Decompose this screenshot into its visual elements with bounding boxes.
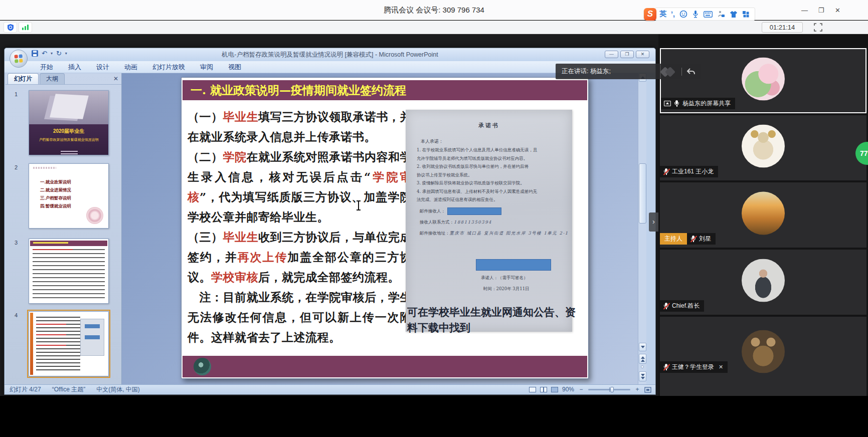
ribbon-tab-slideshow[interactable]: 幻灯片放映 (145, 61, 193, 73)
thumb2-agenda-item: 三.户档暂存说明 (40, 194, 71, 202)
slide-paragraph: （二）学院在就业系统对照承诺书内容和学生录入信息，核对无误后点击“学院审核”，代… (188, 147, 412, 227)
thumb2-agenda-item: 一.就业政策说明 (40, 178, 71, 186)
thumb4-image (80, 319, 104, 356)
quick-access-toolbar: ↶▾ ↻ ▾ (32, 50, 67, 57)
participant-name: 工业161 王小龙 (672, 167, 714, 176)
office-button[interactable] (10, 50, 28, 68)
fullscreen-button[interactable] (813, 23, 823, 32)
doc-date: 时间：2020年 3月11日 (483, 286, 530, 292)
thumb3-text-lines (33, 249, 105, 299)
ppt-restore-button[interactable]: ❐ (620, 51, 634, 58)
doc-line: 4. 承担因填写信息有误、上传材料不及时等个人因素造成签约无 (417, 187, 564, 196)
avatar (742, 58, 785, 101)
doc-phone-row: 接收人联系方式：18811350394 (406, 218, 572, 226)
ppt-window-title: 机电-户档暂存政策说明及暂缓就业情况说明 [兼容模式] - Microsoft … (222, 48, 438, 61)
scrollbar-down-button[interactable] (639, 343, 646, 351)
view-normal-button[interactable] (529, 387, 536, 392)
view-slideshow-button[interactable] (551, 387, 558, 392)
host-badge: 主持人 (660, 233, 687, 245)
participant-tile-host[interactable]: 主持人 刘星 (660, 182, 866, 248)
ribbon-tab-review[interactable]: 审阅 (193, 61, 221, 73)
next-slide-button[interactable] (639, 371, 646, 381)
editor-canvas: 一. 就业政策说明—疫情期间就业签约流程 （一）毕业生填写三方协议领取承诺书，并… (122, 73, 646, 385)
thumbnail-number: 2 (15, 164, 18, 170)
slide-footer-bar (183, 356, 587, 377)
doc-line: 协议书上传至学校就业系统。 (417, 171, 564, 179)
ime-punct-icon[interactable]: ’, (671, 10, 675, 18)
collapse-sidebar-button[interactable]: › (649, 212, 658, 232)
ime-lang-toggle[interactable]: 英 (659, 10, 666, 19)
ime-handwriting-icon[interactable] (717, 10, 725, 18)
ribbon-tab-design[interactable]: 设计 (89, 61, 117, 73)
theme-name: “Office 主题” (52, 385, 85, 394)
mic-icon (673, 100, 680, 107)
ime-toolbar[interactable]: S 英 ’, (644, 8, 755, 21)
ime-keyboard-icon[interactable] (704, 11, 713, 18)
language-indicator[interactable]: 中文(简体, 中国) (96, 385, 140, 394)
fullscreen-icon (813, 23, 823, 32)
undo-dropdown-icon[interactable]: ▾ (51, 51, 53, 56)
maximize-button[interactable]: ❐ (813, 0, 829, 20)
ribbon-tab-animation[interactable]: 动画 (117, 61, 145, 73)
ime-smiley-icon[interactable] (679, 10, 687, 18)
participant-tile-sharing[interactable]: 杨益东的屏幕共享 (660, 48, 866, 113)
security-chip[interactable] (4, 22, 17, 33)
scrollbar-thumb[interactable] (639, 163, 646, 224)
ribbon-tab-view[interactable]: 视图 (221, 61, 249, 73)
ribbon-tab-insert[interactable]: 插入 (61, 61, 89, 73)
slide-thumbnail-1[interactable]: 2020届毕业生 户档暂存政策说明及暂缓就业情况说明 (29, 90, 109, 155)
panel-close-button[interactable]: ✕ (113, 75, 118, 82)
ime-pill[interactable]: 英 ’, (655, 8, 755, 21)
close-button[interactable]: ✕ (829, 0, 846, 20)
thumb1-subtitle: 户档暂存政策说明及暂缓就业情况说明 (31, 137, 106, 142)
quick-access-more-button[interactable]: ▾ (65, 51, 67, 56)
ime-toolbox-icon[interactable] (742, 11, 750, 18)
browse-dot-icon[interactable] (641, 365, 644, 368)
ppt-close-button[interactable]: ✕ (636, 51, 649, 58)
network-chip[interactable] (19, 22, 32, 33)
slide-thumbnail-4-selected[interactable] (29, 311, 109, 376)
zoom-slider[interactable] (588, 389, 630, 390)
text-cursor (358, 201, 359, 210)
editor-scrollbar[interactable] (638, 73, 646, 385)
thumb4-text-lines (36, 317, 80, 371)
avatar (742, 125, 785, 168)
minimize-button[interactable]: — (796, 0, 813, 20)
sogou-logo-icon[interactable]: S (644, 8, 656, 21)
commitment-letter-image[interactable]: 承诺书 本人承诺： 1. 在学校就业系统填写的个人信息及用人单位信息准确无误，且… (406, 110, 572, 332)
zoom-in-button[interactable]: + (634, 385, 640, 394)
slide-thumbnail-3[interactable] (29, 239, 109, 304)
undo-button[interactable]: ↶ (42, 50, 47, 57)
doc-address-value: 重庆市 城口县 复兴街道 阳光水岸 3号楼 1单元 2-1 (450, 231, 569, 236)
fit-to-window-button[interactable] (644, 387, 651, 393)
current-slide[interactable]: 一. 就业政策说明—疫情期间就业签约流程 （一）毕业生填写三方协议领取承诺书，并… (181, 77, 589, 379)
ribbon-tab-home[interactable]: 开始 (33, 61, 61, 73)
ime-skin-icon[interactable] (730, 11, 738, 18)
participant-tile[interactable]: 王健？学生登录 ✕ (660, 317, 866, 396)
slide-thumbnail-2[interactable]: 一.就业政策说明二.就业进展情况三.户档暂存说明四.暂缓就业说明 (29, 163, 109, 229)
prev-slide-button[interactable] (639, 354, 646, 364)
zoom-slider-thumb[interactable] (610, 387, 614, 392)
ppt-minimize-button[interactable]: — (605, 51, 618, 58)
thumb1-title: 2020届毕业生 (29, 128, 108, 135)
slide-note-textbox[interactable]: 可在学校毕业生就业网通知公告、资料下载中找到 (407, 304, 576, 335)
close-icon[interactable]: ✕ (719, 364, 723, 370)
doc-address-row: 邮件接收地址：重庆市 城口县 复兴街道 阳光水岸 3号楼 1单元 2-1 (406, 229, 572, 237)
toast-reply-icon[interactable] (686, 68, 696, 76)
ime-mic-icon[interactable] (692, 10, 699, 18)
participant-tile[interactable]: 工业161 王小龙 (660, 115, 866, 180)
shield-icon (7, 24, 14, 31)
slide-body-textbox[interactable]: （一）毕业生填写三方协议领取承诺书，并在就业系统录入信息并上传承诺书。 （二）学… (188, 107, 412, 347)
zoom-out-button[interactable]: − (578, 385, 584, 394)
participant-name: 王健？学生登录 (672, 363, 714, 371)
tab-slides[interactable]: 幻灯片 (8, 73, 39, 84)
footer-ornament-icon (194, 358, 211, 375)
save-button[interactable] (32, 50, 38, 57)
view-sorter-button[interactable] (540, 387, 547, 392)
slide-title-bar[interactable]: 一. 就业政策说明—疫情期间就业签约流程 (183, 80, 587, 100)
ppt-status-bar: 幻灯片 4/27 “Office 主题” 中文(简体, 中国) 90% − + (5, 384, 655, 394)
avatar (742, 259, 785, 302)
redo-button[interactable]: ↻ (56, 50, 62, 57)
tab-outline[interactable]: 大纲 (40, 73, 65, 84)
participant-tile[interactable]: Chief.酋长 (660, 250, 866, 315)
